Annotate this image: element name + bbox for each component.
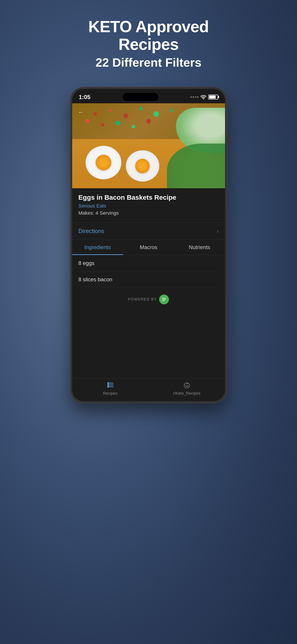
tabs-bar: Ingredients Macros Nutrients bbox=[72, 240, 225, 255]
egg-left bbox=[86, 146, 121, 179]
recipe-info: Eggs in Bacon Baskets Recipe Serious Eat… bbox=[72, 188, 225, 222]
status-bar: 1:05 bbox=[72, 89, 225, 103]
recipe-source: Serious Eats bbox=[78, 203, 219, 209]
recipe-image: ← bbox=[72, 103, 225, 188]
svg-rect-2 bbox=[162, 299, 166, 300]
tab-ingredients[interactable]: Ingredients bbox=[72, 240, 123, 255]
powered-by: POWERED BY bbox=[72, 288, 225, 311]
bottom-nav: Recipes r/Keto_Recipes bbox=[72, 378, 225, 401]
page-header: KETO Approved Recipes 22 Different Filte… bbox=[88, 18, 209, 69]
signal-dots bbox=[190, 96, 198, 98]
empty-content-area bbox=[72, 311, 225, 378]
recipe-servings: Makes: 4 Servings bbox=[78, 210, 219, 216]
recipe-title: Eggs in Bacon Baskets Recipe bbox=[78, 194, 219, 201]
nav-recipes-label: Recipes bbox=[103, 391, 118, 396]
nav-reddit-label: r/Keto_Recipes bbox=[173, 391, 201, 396]
phone-wrapper: 1:05 bbox=[70, 87, 227, 403]
tab-macros[interactable]: Macros bbox=[123, 240, 174, 255]
veg-bottom-decoration bbox=[167, 144, 225, 188]
status-time: 1:05 bbox=[79, 94, 90, 100]
svg-point-9 bbox=[107, 386, 109, 388]
powered-by-text: POWERED BY bbox=[128, 298, 157, 302]
ingredients-list: 8 eggs 8 slices bacon bbox=[72, 255, 225, 288]
back-arrow-icon: ← bbox=[78, 109, 84, 116]
wifi-icon bbox=[200, 94, 207, 100]
svg-point-7 bbox=[107, 382, 109, 384]
battery-icon bbox=[208, 94, 218, 100]
svg-rect-3 bbox=[162, 300, 164, 301]
phone-side-button bbox=[228, 132, 230, 145]
tab-nutrients[interactable]: Nutrients bbox=[174, 240, 225, 255]
svg-point-12 bbox=[188, 385, 188, 386]
svg-point-0 bbox=[203, 98, 204, 100]
svg-point-11 bbox=[185, 385, 186, 386]
edamam-icon bbox=[161, 296, 167, 302]
status-icons bbox=[190, 94, 218, 100]
svg-point-8 bbox=[107, 384, 109, 386]
back-button[interactable]: ← bbox=[77, 108, 86, 117]
powered-by-icon bbox=[159, 294, 169, 304]
chevron-right-icon: › bbox=[217, 228, 219, 234]
status-notch bbox=[123, 93, 158, 101]
nav-item-recipes[interactable]: Recipes bbox=[72, 382, 149, 396]
svg-rect-1 bbox=[162, 298, 166, 298]
egg-right bbox=[126, 150, 159, 182]
directions-label: Directions bbox=[78, 228, 104, 234]
reddit-icon bbox=[183, 382, 190, 390]
ingredient-item: 8 slices bacon bbox=[78, 272, 219, 288]
ingredient-item: 8 eggs bbox=[78, 255, 219, 272]
header-line2: Recipes bbox=[118, 35, 179, 53]
phone-frame: 1:05 bbox=[70, 87, 227, 403]
recipes-icon bbox=[107, 382, 114, 390]
nav-item-reddit[interactable]: r/Keto_Recipes bbox=[149, 382, 225, 396]
header-subtitle: 22 Different Filters bbox=[88, 56, 209, 69]
header-line1: KETO Approved bbox=[88, 18, 209, 36]
directions-row[interactable]: Directions › bbox=[72, 222, 225, 240]
